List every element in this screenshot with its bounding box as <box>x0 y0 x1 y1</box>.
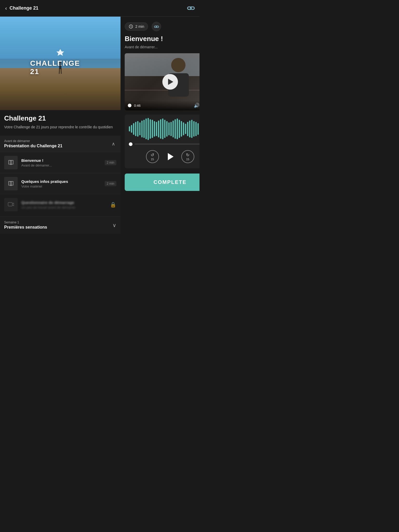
section-avant-header[interactable]: Avant de démarrer Présentation du Challe… <box>0 136 121 152</box>
course-description: Votre Challenge de 21 jours pour reprend… <box>4 124 116 130</box>
skip-back-label: 15 <box>151 158 154 161</box>
lesson-icon-locked <box>4 198 18 211</box>
main-layout: CHALLENGE 21 Challenge 21 Votre Challeng… <box>0 17 200 234</box>
duration-text: 2 min <box>135 24 144 29</box>
waveform-bar <box>156 122 157 136</box>
video-player[interactable]: 0:46 🔊 ⚙ ⛶ EV <box>125 53 200 110</box>
waveform-bar <box>179 120 180 138</box>
week-section[interactable]: Semaine 1 Premières sensations ∨ <box>0 216 121 234</box>
waveform-bar <box>139 122 141 135</box>
volume-icon[interactable]: 🔊 <box>194 103 200 108</box>
waveform-bar <box>154 121 155 137</box>
lesson-subtitle: Votre matériel <box>21 184 105 188</box>
lesson-icon <box>4 156 18 169</box>
book-icon <box>8 180 14 187</box>
waveform-bar <box>133 123 134 135</box>
section-title: Présentation du Challenge 21 <box>4 144 62 148</box>
course-info: Challenge 21 Votre Challenge de 21 jours… <box>0 110 121 132</box>
waveform-bar <box>143 120 145 138</box>
waveform-bar <box>175 119 176 139</box>
link-icon: 🔗 <box>154 23 159 29</box>
waveform-bar <box>160 119 161 139</box>
week-label: Semaine 1 <box>4 221 47 224</box>
lesson-item[interactable]: Bienvenue ! Avant de démarrer... 2 min <box>0 152 121 173</box>
waveform-bar <box>168 122 170 135</box>
lesson-info: Bienvenue ! Avant de démarrer... <box>21 158 105 167</box>
header-link-icon[interactable]: 🔗 <box>186 3 196 13</box>
waveform-bar <box>150 119 151 139</box>
video-play-button[interactable] <box>162 74 178 90</box>
video-progress-dot[interactable] <box>128 104 131 107</box>
waveform-bar <box>148 118 149 140</box>
challenge-logo-icon <box>56 48 65 58</box>
waveform-bar <box>189 121 190 137</box>
chevron-up-icon: ∧ <box>110 141 116 147</box>
video-time: 0:46 <box>134 104 191 108</box>
audio-progress-track[interactable] <box>135 144 200 144</box>
svg-rect-2 <box>8 202 12 206</box>
audio-controls: ↺ 15 ↻ 15 <box>129 150 200 163</box>
meta-link-button[interactable]: 🔗 <box>152 22 161 31</box>
skip-back-icon: ↺ <box>151 152 154 157</box>
header-title: Challenge 21 <box>10 5 38 11</box>
section-label: Avant de démarrer <box>4 139 62 143</box>
right-panel: 2 min 🔗 Bienvenue ! Avant de démarrer... <box>121 17 200 196</box>
content-title: Bienvenue ! <box>125 35 200 43</box>
waveform-bar <box>191 120 192 138</box>
waveform-bar <box>145 118 147 139</box>
person-silhouette-icon <box>58 62 63 75</box>
lesson-info-locked: Questionnaire de démarrage Un peu de tra… <box>21 200 108 209</box>
waveform-bar <box>141 121 143 137</box>
week-title: Premières sensations <box>4 225 47 230</box>
audio-play-button[interactable] <box>168 153 174 160</box>
video-controls: 0:46 🔊 ⚙ ⛶ <box>125 101 200 110</box>
lesson-duration: 2 min <box>105 181 116 186</box>
lesson-item-locked: Questionnaire de démarrage Un peu de tra… <box>0 194 121 215</box>
svg-marker-0 <box>57 49 64 56</box>
skip-back-button[interactable]: ↺ 15 <box>146 150 159 163</box>
waveform-bar <box>197 123 199 135</box>
waveform-bar <box>164 120 165 138</box>
lesson-duration: 2 min <box>105 160 116 165</box>
lesson-title-locked: Questionnaire de démarrage <box>21 200 108 205</box>
waveform-bar <box>183 122 184 135</box>
waveform-bar <box>158 121 159 137</box>
waveform-bar <box>137 121 138 137</box>
skip-forward-icon: ↻ <box>186 152 189 157</box>
lesson-item[interactable]: Quelques infos pratiques Votre matériel … <box>0 173 121 194</box>
audio-player: --:-- ↺ 15 ↻ 15 <box>125 115 200 168</box>
meta-row: 2 min 🔗 <box>125 22 200 31</box>
left-panel: CHALLENGE 21 Challenge 21 Votre Challeng… <box>0 17 121 234</box>
complete-button[interactable]: COMPLETE <box>125 174 200 191</box>
waveform-bar <box>187 122 188 136</box>
waveform-bar <box>166 121 168 137</box>
waveform-bar <box>177 118 178 139</box>
waveform-bar <box>185 124 186 134</box>
chevron-down-icon: ∨ <box>112 222 116 228</box>
waveform-bar <box>131 125 132 133</box>
clock-icon <box>129 24 133 29</box>
waveform-bar <box>129 126 130 131</box>
svg-point-1 <box>59 62 62 64</box>
meta-duration-badge: 2 min <box>125 22 148 31</box>
waveform-bar <box>181 121 182 137</box>
section-header-left: Avant de démarrer Présentation du Challe… <box>4 139 62 148</box>
skip-forward-label: 15 <box>186 158 189 161</box>
audio-progress[interactable]: --:-- <box>129 142 200 146</box>
course-title: Challenge 21 <box>4 114 116 122</box>
waveform-bar <box>193 121 195 137</box>
hero-image: CHALLENGE 21 <box>0 17 121 110</box>
lesson-title: Quelques infos pratiques <box>21 179 105 184</box>
waveform-bar <box>170 122 172 136</box>
content-subtitle: Avant de démarrer... <box>125 45 200 49</box>
lesson-subtitle-locked: Un peu de travail avant de démarrer <box>21 205 108 209</box>
waveform-bar <box>152 120 153 138</box>
skip-forward-button[interactable]: ↻ 15 <box>181 150 194 163</box>
audio-progress-dot[interactable] <box>129 142 132 146</box>
back-button[interactable]: ‹ Challenge 21 <box>5 5 38 11</box>
waveform-bar <box>162 118 163 139</box>
waveform-bar <box>195 122 197 136</box>
lock-icon: 🔒 <box>110 202 116 208</box>
video-icon <box>8 201 14 208</box>
play-triangle-icon <box>168 79 173 85</box>
